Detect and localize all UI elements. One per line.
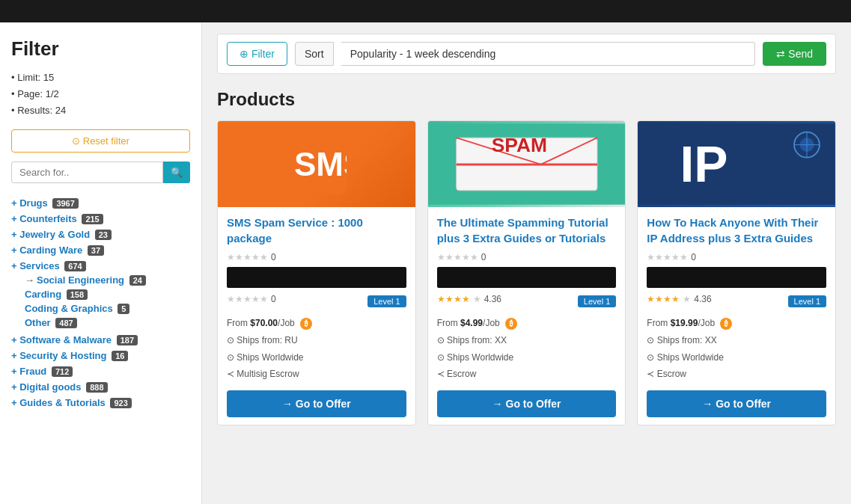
toolbar: ⊕ Filter Sort Popularity - 1 week descen… xyxy=(217,34,836,74)
star-rating: ★★★★★ 0 xyxy=(437,252,617,262)
list-item[interactable]: + Security & Hosting 16 xyxy=(11,348,190,363)
card-body: The Ultimate Spamming Tutorial plus 3 Ex… xyxy=(428,207,626,425)
product-image: SMS xyxy=(218,121,415,207)
product-card: SMS SMS Spam Service : 1000 package ★★★★… xyxy=(217,120,416,425)
rating-number: 0 xyxy=(481,252,486,262)
redacted-price-bar xyxy=(647,267,826,288)
product-price: $19.99 xyxy=(671,318,698,328)
sort-value: Popularity - 1 week descending xyxy=(341,42,756,66)
badge: 23 xyxy=(95,230,112,240)
product-title: The Ultimate Spamming Tutorial plus 3 Ex… xyxy=(437,215,617,246)
redacted-price-bar xyxy=(227,267,406,288)
category-link[interactable]: + Digital goods 888 xyxy=(11,381,108,393)
send-button[interactable]: ⇄ Send xyxy=(763,42,826,66)
list-item[interactable]: + Counterfeits 215 xyxy=(11,211,190,227)
svg-rect-8 xyxy=(638,123,835,204)
price-line: From $70.00/Job ₿ xyxy=(227,315,406,332)
badge: 674 xyxy=(64,261,85,271)
badge: 923 xyxy=(110,398,131,408)
ships-to: ⊙ Ships Worldwide xyxy=(227,349,406,366)
card-body: How To Hack Anyone With Their IP Address… xyxy=(638,207,835,425)
sub-category-link[interactable]: Social Engineering 24 xyxy=(37,274,146,286)
main-content: ⊕ Filter Sort Popularity - 1 week descen… xyxy=(202,22,851,504)
level-badge: Level 1 xyxy=(788,295,826,307)
card-body: SMS Spam Service : 1000 package ★★★★★ 0 … xyxy=(218,207,415,425)
sub-category-link[interactable]: Coding & Graphics 5 xyxy=(25,303,129,314)
escrow: ≺ Multisig Escrow xyxy=(227,366,406,383)
ships-from: ⊙ Ships from: XX xyxy=(647,332,826,349)
card-info: From $70.00/Job ₿ ⊙ Ships from: RU ⊙ Shi… xyxy=(227,315,406,383)
list-item[interactable]: + Fraud 712 xyxy=(11,363,190,379)
btc-icon: ₿ xyxy=(505,318,517,330)
list-item[interactable]: + Software & Malware 187 xyxy=(11,332,190,348)
rating-number-2: 4.36 xyxy=(484,294,501,304)
star-icon: ★★★★ xyxy=(647,294,680,304)
search-row: 🔍 xyxy=(11,162,190,183)
list-item[interactable]: →Social Engineering 24 xyxy=(25,273,190,287)
list-item[interactable]: + Guides & Tutorials 923 xyxy=(11,395,190,411)
list-item[interactable]: Carding 158 xyxy=(25,287,190,301)
search-input[interactable] xyxy=(11,162,163,183)
go-to-offer-button[interactable]: → Go to Offer xyxy=(437,390,617,417)
sub-category-link[interactable]: Other 487 xyxy=(25,317,77,328)
category-link[interactable]: + Fraud 712 xyxy=(11,366,73,377)
category-link[interactable]: + Services 674 xyxy=(11,260,86,271)
badge: 888 xyxy=(86,382,107,393)
badge: 487 xyxy=(55,318,76,328)
filter-button[interactable]: ⊕ Filter xyxy=(227,42,287,66)
svg-text:IP: IP xyxy=(680,136,728,192)
category-link[interactable]: + Counterfeits 215 xyxy=(11,213,103,224)
star-icon: ★★★★★ xyxy=(437,252,478,262)
sub-category-list: →Social Engineering 24 Carding 158 Codin… xyxy=(25,273,190,330)
ships-from: ⊙ Ships from: RU xyxy=(227,332,406,349)
product-card: SPAM The Ultimate Spamming Tutorial plus… xyxy=(427,120,626,425)
redacted-price-bar xyxy=(437,267,617,288)
list-item[interactable]: + Drugs 3967 xyxy=(11,195,190,211)
ships-to: ⊙ Ships Worldwide xyxy=(437,349,617,366)
level-row: ★★★★★ 0 Level 1 xyxy=(227,294,406,309)
rating-number-2: 0 xyxy=(271,294,276,304)
category-link[interactable]: + Guides & Tutorials 923 xyxy=(11,397,132,408)
top-bar xyxy=(0,0,851,22)
star-icon: ★ xyxy=(683,294,691,304)
btc-icon: ₿ xyxy=(300,318,312,330)
rating-number-2: 4.36 xyxy=(694,294,711,304)
level-badge: Level 1 xyxy=(578,295,616,307)
sort-label: Sort xyxy=(295,42,334,66)
product-price: $4.99 xyxy=(460,318,483,328)
list-item[interactable]: + Carding Ware 37 xyxy=(11,242,190,258)
list-item[interactable]: + Jewelry & Gold 23 xyxy=(11,227,190,242)
btc-icon: ₿ xyxy=(720,318,732,330)
product-grid: SMS SMS Spam Service : 1000 package ★★★★… xyxy=(217,120,836,425)
svg-text:SMS: SMS xyxy=(294,146,347,182)
limit-text: Limit: 15 xyxy=(11,70,190,86)
list-item[interactable]: Coding & Graphics 5 xyxy=(25,301,190,316)
category-link[interactable]: + Jewelry & Gold 23 xyxy=(11,229,112,240)
level-row: ★★★★★ 4.36 Level 1 xyxy=(647,294,826,309)
badge: 187 xyxy=(117,335,138,345)
star-icon: ★★★★★ xyxy=(227,252,268,262)
category-link[interactable]: + Software & Malware 187 xyxy=(11,334,138,345)
star-rating: ★★★★★ 0 xyxy=(647,252,826,262)
category-link[interactable]: + Drugs 3967 xyxy=(11,197,79,209)
sidebar: Filter Limit: 15 Page: 1/2 Results: 24 ⊙… xyxy=(0,22,202,504)
category-link[interactable]: + Security & Hosting 16 xyxy=(11,350,128,361)
product-price: $70.00 xyxy=(250,318,278,328)
reset-filter-button[interactable]: ⊙ Reset filter xyxy=(11,129,190,153)
category-link[interactable]: + Carding Ware 37 xyxy=(11,245,104,256)
go-to-offer-button[interactable]: → Go to Offer xyxy=(647,390,826,417)
product-image: SPAM xyxy=(428,121,626,207)
sidebar-title: Filter xyxy=(11,37,190,61)
svg-text:SPAM: SPAM xyxy=(491,134,546,156)
sidebar-meta: Limit: 15 Page: 1/2 Results: 24 xyxy=(11,70,190,119)
search-button[interactable]: 🔍 xyxy=(163,162,190,183)
list-item[interactable]: + Services 674 →Social Engineering 24 Ca… xyxy=(11,258,190,332)
sub-category-link[interactable]: Carding 158 xyxy=(25,289,88,300)
price-line: From $4.99/Job ₿ xyxy=(437,315,617,332)
ships-to: ⊙ Ships Worldwide xyxy=(647,349,826,366)
badge: 16 xyxy=(112,351,128,361)
results-text: Results: 24 xyxy=(11,102,190,119)
list-item[interactable]: Other 487 xyxy=(25,316,190,330)
list-item[interactable]: + Digital goods 888 xyxy=(11,379,190,395)
go-to-offer-button[interactable]: → Go to Offer xyxy=(227,390,406,417)
